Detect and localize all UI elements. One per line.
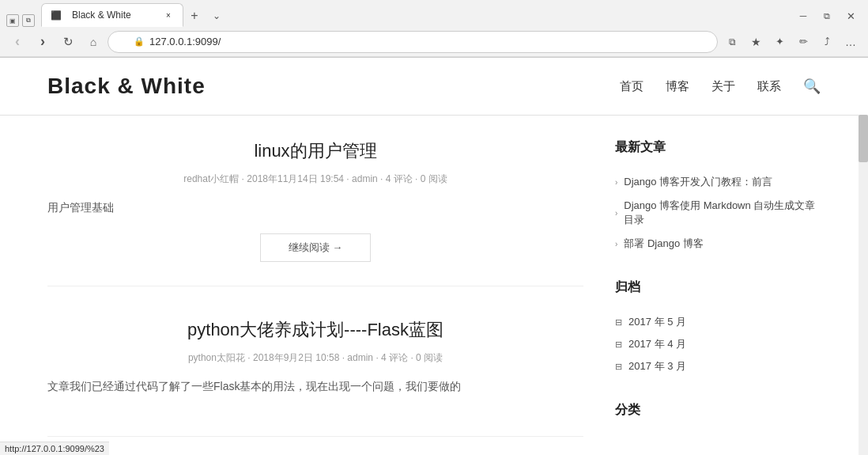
article-item: linux的用户管理 redhat小红帽 · 2018年11月14日 19:54… [47,139,583,286]
archive-item[interactable]: ⊟ 2017 年 3 月 [615,359,821,373]
sidebar-column: 最新文章 › Django 博客开发入门教程：前言 › Django 博客使用 … [615,139,821,455]
new-tab-button[interactable]: + [183,5,206,27]
sidebar-categories-title: 分类 [615,402,821,425]
chevron-icon: › [615,178,617,187]
sidebar-categories: 分类 [615,402,821,425]
site-header: Black & White 首页 博客 关于 联系 🔍 [0,58,868,116]
archive-item[interactable]: ⊟ 2017 年 4 月 [615,337,821,351]
archive-link[interactable]: 2017 年 3 月 [628,359,686,373]
calendar-icon: ⊟ [615,362,622,372]
sidebar-article-link[interactable]: Django 博客开发入门教程：前言 [624,175,772,189]
favicon-square: ▣ [6,14,19,27]
chevron-icon: › [615,240,617,248]
sidebar-archive-title: 归档 [615,279,821,302]
address-text: 127.0.0.1:9099/ [149,36,221,47]
forward-button[interactable]: › [32,31,54,53]
article-title[interactable]: python大佬养成计划----Flask蓝图 [47,318,583,342]
toolbar-actions: ⧉ ★ ✦ ✏ ⤴ … [721,31,862,53]
home-button[interactable]: ⌂ [82,31,104,53]
article-meta: redhat小红帽 · 2018年11月14日 19:54 · admin · … [47,173,583,186]
main-layout: linux的用户管理 redhat小红帽 · 2018年11月14日 19:54… [0,116,868,455]
nav-about[interactable]: 关于 [711,79,735,94]
sidebar-article-link[interactable]: Django 博客使用 Markdown 自动生成文章目录 [624,199,821,227]
sidebar-archive: 归档 ⊟ 2017 年 5 月 ⊟ 2017 年 4 月 ⊟ 2017 年 3 … [615,279,821,373]
sidebar-latest-articles: 最新文章 › Django 博客开发入门教程：前言 › Django 博客使用 … [615,139,821,251]
sidebar-link-item[interactable]: › Django 博客开发入门教程：前言 [615,175,821,189]
article-excerpt-text: 文章我们已经通过代码了解了一些Flask基本的用法，现在出现一个问题，我们要做的 [47,380,461,392]
refresh-button[interactable]: ↻ [57,31,79,53]
close-button[interactable]: ✕ [840,5,862,27]
browser-window: ▣ ⧉ ⬛ Black & White × + ⌄ ─ ⧉ ✕ ‹ › [0,0,868,455]
status-bar: http://127.0.0.1:9099/%23 [0,442,109,455]
page-area: Black & White 首页 博客 关于 联系 🔍 linux的用户管理 r… [0,58,868,455]
nav-home[interactable]: 首页 [620,79,643,94]
article-meta: python太阳花 · 2018年9月2日 10:58 · admin · 4 … [47,351,583,365]
calendar-icon: ⊟ [615,317,622,328]
read-aloud-button[interactable]: ✏ [792,31,814,53]
tab-overflow-button[interactable]: ⌄ [206,5,228,27]
active-tab[interactable]: ⬛ Black & White × [41,3,183,27]
archive-link[interactable]: 2017 年 5 月 [628,315,686,329]
address-field[interactable]: 🔒 127.0.0.1:9099/ [108,31,718,53]
article-title[interactable]: linux的用户管理 [47,139,583,163]
calendar-icon: ⊟ [615,339,622,350]
search-icon[interactable]: 🔍 [803,78,821,95]
tab-title: Black & White [72,9,131,21]
favorites-button[interactable]: ★ [745,31,767,53]
collections-button[interactable]: ✦ [768,31,791,53]
sidebar-link-item[interactable]: › Django 博客使用 Markdown 自动生成文章目录 [615,199,821,227]
article-excerpt: 文章我们已经通过代码了解了一些Flask基本的用法，现在出现一个问题，我们要做的 [47,377,583,396]
archive-link[interactable]: 2017 年 4 月 [628,337,686,351]
maximize-button[interactable]: ⧉ [816,5,838,27]
nav-blog[interactable]: 博客 [666,79,689,94]
browser-chrome: ▣ ⧉ ⬛ Black & White × + ⌄ ─ ⧉ ✕ ‹ › [0,0,868,58]
article-excerpt: 用户管理基础 [47,199,583,218]
tab-close-button[interactable]: × [162,9,175,21]
archive-item[interactable]: ⊟ 2017 年 5 月 [615,315,821,329]
sidebar-link-item[interactable]: › 部署 Django 博客 [615,237,821,251]
restore-btn[interactable]: ⧉ [22,14,35,27]
article-item: python大佬养成计划----Flask蓝图 python太阳花 · 2018… [47,318,583,437]
minimize-button[interactable]: ─ [792,5,814,27]
settings-button[interactable]: … [840,31,862,53]
site-nav: 首页 博客 关于 联系 🔍 [620,78,821,95]
nav-contact[interactable]: 联系 [757,79,781,94]
sidebar-latest-title: 最新文章 [615,139,821,162]
share-button[interactable]: ⤴ [816,31,838,53]
site-title[interactable]: Black & White [47,74,206,99]
article-excerpt-link[interactable]: 用户管理基础 [47,201,114,214]
tab-favicon: ⬛ [50,9,62,21]
address-lock-icon: 🔒 [134,36,145,47]
tab-bar: ▣ ⧉ ⬛ Black & White × + ⌄ ─ ⧉ ✕ [0,0,868,27]
address-bar-row: ‹ › ↻ ⌂ 🔒 127.0.0.1:9099/ ⧉ ★ ✦ ✏ ⤴ … [0,27,868,57]
split-view-button[interactable]: ⧉ [721,31,743,53]
scrollbar[interactable] [859,115,868,455]
scrollbar-thumb[interactable] [859,115,868,162]
back-button[interactable]: ‹ [6,31,28,53]
chevron-icon: › [615,209,617,218]
articles-column: linux的用户管理 redhat小红帽 · 2018年11月14日 19:54… [47,139,583,455]
read-more-button[interactable]: 继续阅读 → [260,233,371,262]
sidebar-article-link[interactable]: 部署 Django 博客 [624,237,703,251]
